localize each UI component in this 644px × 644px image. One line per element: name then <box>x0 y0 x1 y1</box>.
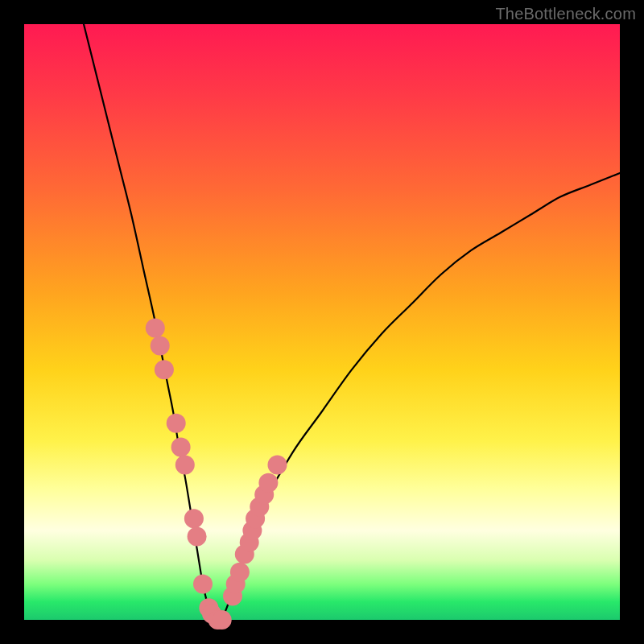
highlight-dot <box>155 360 174 379</box>
highlight-dot <box>184 509 204 528</box>
highlight-dot <box>188 526 207 546</box>
highlight-dot <box>146 318 165 337</box>
highlight-dot <box>213 610 232 630</box>
highlight-dot <box>151 336 170 356</box>
highlight-dots-group <box>146 318 287 630</box>
highlight-dot <box>230 563 250 582</box>
watermark-text: TheBottleneck.com <box>495 5 636 23</box>
chart-svg <box>24 24 620 620</box>
plot-area <box>24 24 620 620</box>
highlight-dot <box>167 414 186 433</box>
highlight-dot <box>258 473 278 493</box>
chart-frame: TheBottleneck.com <box>0 0 644 644</box>
highlight-dot <box>268 456 287 475</box>
bottleneck-curve <box>84 24 620 621</box>
highlight-dot <box>175 456 195 475</box>
highlight-dot <box>171 437 191 456</box>
highlight-dot <box>193 575 213 594</box>
